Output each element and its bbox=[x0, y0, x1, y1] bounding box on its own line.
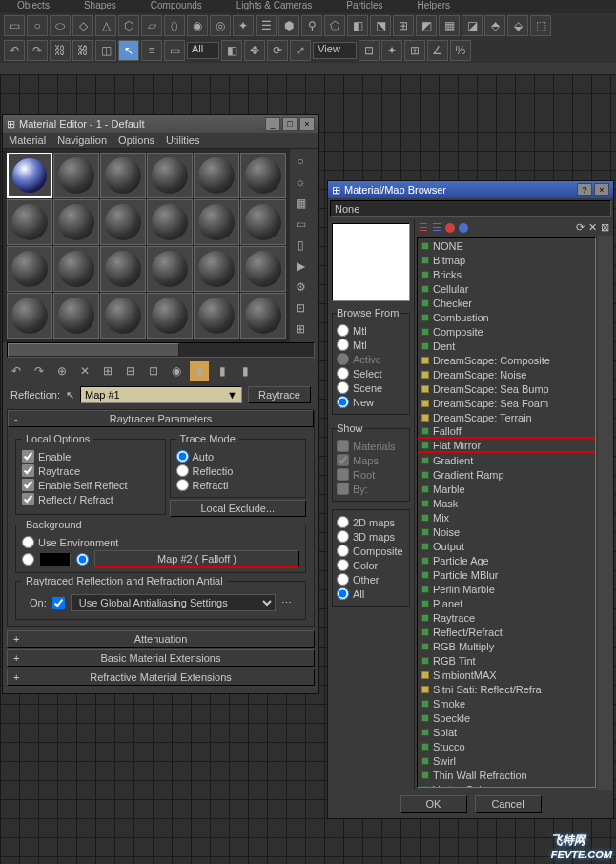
map-list-item[interactable]: RGB Tint bbox=[418, 653, 595, 668]
material-swatch[interactable] bbox=[53, 153, 99, 198]
material-editor-titlebar[interactable]: ⊞ Material Editor - 1 - Default _ □ × bbox=[3, 115, 318, 133]
show-root-check[interactable]: Root bbox=[337, 468, 405, 481]
attenuation-rollout[interactable]: +Attenuation bbox=[7, 630, 315, 648]
list-scrollbar[interactable] bbox=[598, 236, 613, 790]
unlink-icon[interactable]: ⛓̸ bbox=[72, 40, 93, 61]
refraction-radio[interactable]: Refracti bbox=[176, 479, 300, 491]
manip-icon[interactable]: ✦ bbox=[381, 40, 402, 61]
material-swatch[interactable] bbox=[100, 199, 146, 245]
material-swatch[interactable] bbox=[147, 293, 193, 339]
map-list-item[interactable]: Swirl bbox=[418, 753, 595, 768]
map-list-item[interactable]: Composite bbox=[418, 324, 595, 339]
prim-icon[interactable]: ⚲ bbox=[301, 15, 322, 36]
refractive-ext-rollout[interactable]: +Refractive Material Extensions bbox=[7, 669, 315, 686]
menu-material[interactable]: Material bbox=[9, 134, 46, 146]
bind-icon[interactable]: ◫ bbox=[95, 40, 116, 61]
material-swatch[interactable] bbox=[7, 293, 52, 339]
filter-color-radio[interactable]: Color bbox=[337, 559, 405, 571]
minimize-button[interactable]: _ bbox=[265, 117, 280, 131]
get-material-icon[interactable]: ↶ bbox=[7, 361, 26, 381]
map-list-item[interactable]: DreamScape: Sea Bump bbox=[418, 381, 595, 396]
auto-radio[interactable]: Auto bbox=[176, 450, 300, 463]
local-exclude-button[interactable]: Local Exclude... bbox=[170, 500, 307, 517]
reflection-map-dropdown[interactable]: Map #1▼ bbox=[80, 386, 242, 403]
reflect-refract-checkbox[interactable]: Reflect / Refract bbox=[22, 493, 159, 505]
undo-icon[interactable]: ↶ bbox=[4, 40, 25, 61]
select-name-icon[interactable]: ≡ bbox=[141, 40, 162, 61]
prim-icon[interactable]: ◪ bbox=[462, 15, 483, 36]
put-to-scene-icon[interactable]: ↷ bbox=[30, 361, 49, 381]
map-list-item[interactable]: Raytrace bbox=[418, 610, 595, 625]
material-swatch[interactable] bbox=[53, 199, 99, 245]
material-swatch[interactable] bbox=[194, 199, 239, 245]
show-materials-check[interactable]: Materials bbox=[337, 440, 405, 452]
map-list-item[interactable]: Mask bbox=[418, 496, 595, 510]
material-swatch[interactable] bbox=[240, 199, 286, 245]
make-copy-icon[interactable]: ⊞ bbox=[98, 361, 117, 381]
prim-icon[interactable]: ✦ bbox=[233, 15, 254, 36]
prim-icon[interactable]: ▭ bbox=[4, 15, 25, 36]
map2-button[interactable]: Map #2 ( Falloff ) bbox=[94, 550, 299, 568]
link-icon[interactable]: ⛓ bbox=[50, 40, 71, 61]
view-list2-icon[interactable]: ☰ bbox=[432, 221, 441, 234]
map-list-item[interactable]: Perlin Marble bbox=[418, 582, 595, 596]
map-list-item[interactable]: SimbiontMAX bbox=[418, 668, 595, 682]
map-list-item[interactable]: Dent bbox=[418, 339, 595, 353]
update-icon[interactable]: ⟳ bbox=[576, 221, 585, 234]
move-icon[interactable]: ✥ bbox=[244, 40, 265, 61]
material-swatch[interactable] bbox=[53, 246, 99, 292]
bg-color-radio[interactable] bbox=[22, 553, 34, 566]
search-input[interactable] bbox=[330, 200, 611, 217]
maximize-button[interactable]: □ bbox=[282, 117, 298, 131]
reflection-type-button[interactable]: Raytrace bbox=[248, 386, 311, 403]
show-end-result-icon[interactable]: ▮ bbox=[190, 361, 209, 381]
make-preview-icon[interactable]: ▶ bbox=[292, 257, 309, 275]
material-swatch[interactable] bbox=[100, 246, 146, 292]
map-browser-titlebar[interactable]: ⊞ Material/Map Browser ? × bbox=[328, 181, 613, 198]
prim-icon[interactable]: ⬢ bbox=[278, 15, 299, 36]
map-list-item[interactable]: Stucco bbox=[418, 739, 595, 753]
filter-other-radio[interactable]: Other bbox=[337, 573, 405, 586]
map-list-item[interactable]: Flat Mirror bbox=[418, 439, 595, 453]
bg-map-radio[interactable] bbox=[76, 553, 89, 566]
backlight-icon[interactable]: ☼ bbox=[292, 174, 309, 191]
aa-more-icon[interactable]: ⋯ bbox=[281, 597, 292, 609]
percent-snap-icon[interactable]: % bbox=[450, 40, 471, 61]
go-parent-icon[interactable]: ▮ bbox=[213, 361, 232, 381]
reset-icon[interactable]: ✕ bbox=[75, 361, 94, 381]
tab-objects[interactable]: Objects bbox=[0, 0, 67, 13]
filter-2d-radio[interactable]: 2D maps bbox=[337, 516, 405, 528]
browse-mtl-radio[interactable]: Mtl bbox=[337, 324, 405, 337]
browse-new-radio[interactable]: New bbox=[337, 396, 405, 408]
material-swatch[interactable] bbox=[147, 199, 193, 245]
clear-icon[interactable]: ⊠ bbox=[601, 221, 609, 234]
prim-icon[interactable]: ⬔ bbox=[370, 15, 391, 36]
put-library-icon[interactable]: ⊡ bbox=[144, 361, 163, 381]
map-list-item[interactable]: Sitni Sati: Reflect/Refra bbox=[418, 682, 595, 696]
browse-select-radio[interactable]: Select bbox=[337, 367, 405, 380]
mat-map-nav-icon[interactable]: ⊞ bbox=[292, 320, 309, 338]
filter-3d-radio[interactable]: 3D maps bbox=[337, 530, 405, 543]
reflection-radio[interactable]: Reflectio bbox=[176, 464, 300, 477]
filter-dropdown[interactable]: All bbox=[187, 42, 219, 59]
select-region-icon[interactable]: ▭ bbox=[164, 40, 185, 61]
map-list-item[interactable]: Marble bbox=[418, 482, 595, 496]
rotate-icon[interactable]: ⟳ bbox=[267, 40, 288, 61]
material-swatch[interactable] bbox=[194, 153, 239, 198]
tab-shapes[interactable]: Shapes bbox=[67, 0, 133, 13]
map-list-item[interactable]: DreamScape: Noise bbox=[418, 367, 595, 381]
filter-composite-radio[interactable]: Composite bbox=[337, 545, 405, 557]
cancel-button[interactable]: Cancel bbox=[475, 795, 542, 813]
map-list-item[interactable]: Reflect/Refract bbox=[418, 625, 595, 639]
material-swatch[interactable] bbox=[100, 293, 146, 339]
pick-icon[interactable]: ↖ bbox=[66, 389, 74, 401]
center-icon[interactable]: ⊡ bbox=[359, 40, 380, 61]
sample-type-icon[interactable]: ○ bbox=[292, 153, 309, 170]
map-list[interactable]: NONEBitmapBricksCellularCheckerCombustio… bbox=[417, 237, 596, 788]
tab-compounds[interactable]: Compounds bbox=[133, 0, 219, 13]
menu-options[interactable]: Options bbox=[118, 134, 154, 146]
scale-icon[interactable]: ⤢ bbox=[290, 40, 311, 61]
material-swatch[interactable] bbox=[240, 293, 286, 339]
refcoord-dropdown[interactable]: View bbox=[313, 42, 357, 59]
assign-icon[interactable]: ⊕ bbox=[52, 361, 72, 381]
